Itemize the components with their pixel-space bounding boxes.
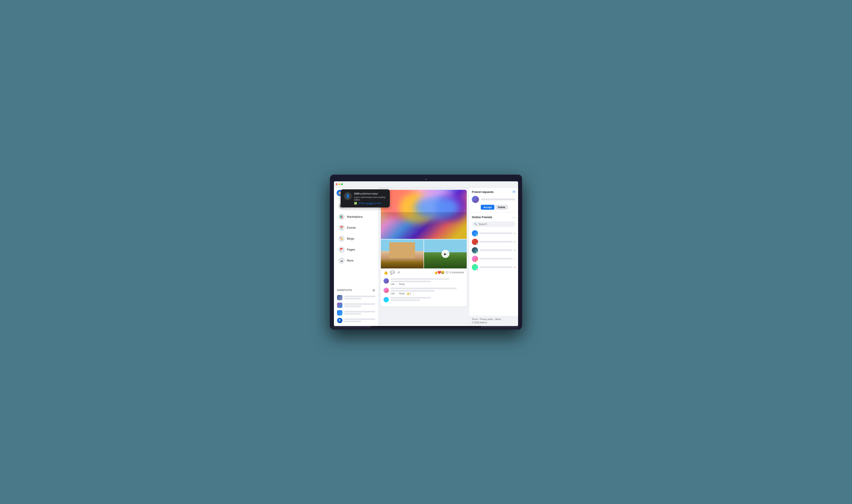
comment-content-1: Like · Reply bbox=[391, 278, 464, 285]
status-indicator-2: ● bbox=[514, 241, 516, 243]
building bbox=[389, 242, 415, 258]
comment-lines-1 bbox=[391, 278, 464, 282]
shortcut-avatar-2 bbox=[337, 303, 343, 308]
online-name-line-2 bbox=[480, 241, 512, 242]
request-buttons: Accept Delete bbox=[481, 205, 516, 210]
comment-avatar-1 bbox=[384, 278, 389, 284]
on-chain-link[interactable]: on-chain bbox=[366, 202, 373, 204]
comments-count[interactable]: 3 comments bbox=[450, 271, 464, 274]
app-container: 👤 1034 published today! Log in and brows… bbox=[334, 187, 518, 326]
laptop-screen: 👤 1034 published today! Log in and brows… bbox=[334, 181, 518, 326]
popup-subtitle: Log in and browse new exciting topics. bbox=[354, 196, 387, 201]
sidebar-item-marketplace[interactable]: 🛍️ Marketplace bbox=[335, 212, 377, 222]
footer-terms-link[interactable]: Terms bbox=[472, 318, 478, 321]
footer-about-link[interactable]: About bbox=[495, 318, 501, 321]
online-friend-3[interactable]: ● bbox=[472, 246, 516, 255]
reaction-summary: 👍 ❤️ 😂 12 3 comments bbox=[434, 271, 464, 274]
status-indicator-3: ● bbox=[514, 249, 516, 251]
shortcut-line bbox=[344, 311, 375, 312]
online-name-line-1 bbox=[480, 232, 512, 234]
verify-icon: ✅ bbox=[354, 202, 357, 205]
sidebar-label-blogs: Blogs bbox=[347, 237, 354, 240]
comment-line-short bbox=[391, 281, 431, 282]
shortcuts-section: SHORTCUTS ⚙ bbox=[334, 287, 378, 326]
thumbs-up-small: 👍 bbox=[406, 292, 409, 295]
comment-3 bbox=[384, 297, 464, 302]
comment-lines-3 bbox=[391, 297, 464, 301]
comment-2: Like · Reply 👍 2 ⋮ bbox=[384, 288, 464, 295]
comment-reply-label-2[interactable]: Reply bbox=[399, 292, 405, 295]
online-friend-5[interactable]: ● bbox=[472, 263, 516, 272]
comment-button[interactable]: 💬 bbox=[390, 270, 395, 275]
shortcuts-gear-icon[interactable]: ⚙ bbox=[372, 289, 375, 292]
online-avatar-2 bbox=[472, 239, 478, 245]
online-friends-title: Online Friends bbox=[472, 215, 492, 219]
friend-requests-title: Friend requests bbox=[472, 190, 494, 194]
shortcut-item-3[interactable] bbox=[337, 309, 375, 317]
shortcuts-title: SHORTCUTS bbox=[337, 289, 352, 291]
comment-line-short-3 bbox=[391, 297, 431, 299]
comment-like-label-1[interactable]: Like bbox=[391, 283, 395, 285]
online-name-line-3 bbox=[480, 249, 512, 251]
shortcut-line bbox=[344, 303, 375, 305]
browser-maximize-btn[interactable] bbox=[341, 183, 343, 185]
online-avatar-4 bbox=[472, 256, 478, 262]
shortcut-avatar-4: B bbox=[337, 318, 343, 323]
comment-separator-2: · bbox=[397, 292, 397, 295]
accept-button[interactable]: Accept bbox=[481, 205, 494, 210]
footer-privacy-link[interactable]: Privacy policy bbox=[480, 318, 493, 321]
blogs-icon: ✏️ bbox=[338, 236, 345, 242]
sidebar-nav: 🎬 Videos 🛍️ Marketplace 📅 Events ✏️ Blog… bbox=[334, 199, 378, 287]
status-dot-green-1 bbox=[476, 235, 478, 236]
friend-requests-all-link[interactable]: All bbox=[512, 190, 516, 193]
comment-line bbox=[391, 288, 457, 289]
sidebar-label-events: Events bbox=[347, 226, 356, 229]
share-button[interactable]: ↗ bbox=[397, 270, 400, 275]
comment-like-label-2[interactable]: Like bbox=[391, 292, 395, 295]
shortcut-item-4[interactable]: B bbox=[337, 317, 375, 324]
action-buttons-left: 👍 💬 ↗ bbox=[384, 270, 400, 275]
online-friends-more-icon[interactable]: ··· bbox=[512, 215, 516, 219]
notification-popup: 👤 1034 published today! Log in and brows… bbox=[341, 190, 390, 208]
comment-more-icon[interactable]: ⋮ bbox=[413, 292, 415, 295]
events-icon: 📅 bbox=[338, 224, 345, 231]
post-card: ▶ 👍 💬 ↗ 👍 bbox=[381, 190, 467, 306]
main-feed[interactable]: ▶ 👍 💬 ↗ 👍 bbox=[379, 187, 469, 326]
browser-close-btn[interactable] bbox=[336, 183, 337, 185]
shortcut-line-short bbox=[344, 305, 361, 307]
comment-line-medium bbox=[391, 290, 435, 292]
request-avatar bbox=[472, 196, 479, 203]
right-footer: Terms Privacy policy About © 2020 phpFox bbox=[469, 316, 518, 326]
like-button[interactable]: 👍 bbox=[384, 270, 388, 275]
sidebar-item-more[interactable]: ⌄ More bbox=[335, 255, 377, 266]
delete-button[interactable]: Delete bbox=[495, 205, 508, 210]
post-image-mountain: ▶ bbox=[424, 239, 467, 268]
play-button[interactable]: ▶ bbox=[441, 250, 450, 258]
footer-copyright: © 2020 phpFox bbox=[472, 321, 516, 324]
post-image-holi bbox=[381, 190, 467, 239]
marketplace-icon: 🛍️ bbox=[338, 214, 345, 220]
request-name-line bbox=[481, 199, 516, 200]
sidebar-item-events[interactable]: 📅 Events bbox=[335, 222, 377, 233]
comment-reply-label-1[interactable]: Reply bbox=[399, 283, 405, 285]
comment-meta-1: Like · Reply bbox=[391, 283, 464, 285]
online-friend-2[interactable]: ● bbox=[472, 238, 516, 246]
online-friend-1[interactable]: ● bbox=[472, 229, 516, 238]
shortcut-avatar-1 bbox=[337, 295, 343, 300]
search-online-input[interactable] bbox=[479, 223, 513, 226]
post-images-bottom: ▶ bbox=[381, 239, 467, 268]
sidebar-item-pages[interactable]: 🚩 Pages bbox=[335, 244, 377, 255]
footer-links: Terms Privacy policy About bbox=[472, 318, 516, 321]
shortcut-line-short bbox=[344, 298, 361, 300]
sidebar-label-pages: Pages bbox=[347, 248, 355, 251]
shortcut-item-2[interactable] bbox=[337, 302, 375, 309]
search-online-container[interactable]: 🔍 bbox=[472, 221, 516, 227]
browser-minimize-btn[interactable] bbox=[338, 183, 340, 185]
shortcut-item-1[interactable] bbox=[337, 294, 375, 302]
comment-avatar-3 bbox=[384, 297, 389, 302]
comment-likes-badge: 👍 2 bbox=[406, 292, 411, 295]
sidebar-item-blogs[interactable]: ✏️ Blogs bbox=[335, 233, 377, 244]
online-friend-4[interactable]: ● bbox=[472, 255, 516, 263]
online-avatar-5 bbox=[472, 264, 478, 270]
online-name-line-5 bbox=[480, 266, 512, 268]
